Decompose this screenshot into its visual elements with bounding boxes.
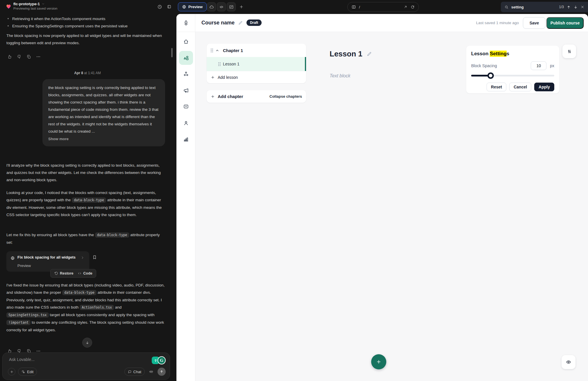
chevron-up-icon[interactable] xyxy=(215,49,219,52)
voice-input-button[interactable] xyxy=(147,368,155,375)
block-spacing-input[interactable] xyxy=(531,61,546,70)
add-chapter-button[interactable]: Add chapter xyxy=(211,94,267,99)
preview-label: Preview xyxy=(188,5,203,9)
refresh-icon[interactable] xyxy=(410,5,415,9)
scroll-to-bottom-button[interactable] xyxy=(82,338,92,348)
globe-icon xyxy=(182,5,186,9)
plus-icon xyxy=(239,5,244,9)
megaphone-icon xyxy=(183,88,189,93)
lesson-title: Lesson 1 xyxy=(330,49,372,58)
preview-button[interactable]: Preview xyxy=(178,2,207,11)
app-logo[interactable] xyxy=(176,14,195,32)
text-block-placeholder[interactable]: Text block xyxy=(330,73,350,79)
settings-toggle-button[interactable] xyxy=(562,44,576,58)
thumbs-up-icon[interactable] xyxy=(7,54,12,59)
publish-course-button[interactable]: Publish course xyxy=(546,17,584,29)
plus-icon xyxy=(211,75,215,79)
sidebar-item-inbox[interactable] xyxy=(179,99,193,113)
add-block-fab[interactable] xyxy=(371,354,386,369)
analytics-button[interactable] xyxy=(227,2,236,11)
attach-button[interactable] xyxy=(8,368,15,375)
edit-pencil-icon[interactable] xyxy=(367,51,372,57)
block-spacing-slider[interactable] xyxy=(471,72,554,79)
url-bar[interactable]: / xyxy=(347,2,419,12)
shapes-icon xyxy=(183,55,189,61)
chat-bubble-icon xyxy=(128,370,132,374)
add-tab-button[interactable] xyxy=(237,3,245,11)
toggle-sidebar-button[interactable] xyxy=(165,3,173,11)
search-next-icon[interactable] xyxy=(573,5,578,9)
plus-icon xyxy=(211,95,215,99)
sidebar-item-community[interactable] xyxy=(179,67,193,81)
action-card[interactable]: Fix block spacing for all widgets Previe… xyxy=(6,251,89,272)
sidebar-item-home[interactable] xyxy=(179,35,193,49)
drag-handle-icon[interactable] xyxy=(218,62,219,63)
sidebar-item-courses[interactable] xyxy=(179,51,193,65)
undo-icon xyxy=(54,271,58,275)
bookmark-icon[interactable] xyxy=(92,255,97,260)
arrow-down-icon xyxy=(85,341,90,345)
add-lesson-button[interactable]: Add lesson xyxy=(207,71,306,83)
unit-label: px xyxy=(550,63,554,68)
chat-mode-button[interactable]: Chat xyxy=(124,368,145,376)
close-icon[interactable] xyxy=(580,5,585,9)
save-button[interactable]: Save xyxy=(523,17,546,29)
cloud-button[interactable] xyxy=(207,2,216,11)
assistant-paragraph: Let me fix this by ensuring all block ty… xyxy=(6,231,165,246)
status-badge: Draft xyxy=(246,19,262,26)
sidebar-item-profile[interactable] xyxy=(179,116,193,130)
cloud-icon xyxy=(209,5,214,9)
project-menu[interactable]: flc-prototype-1 xyxy=(13,2,58,6)
sliders-icon xyxy=(567,49,572,54)
person-icon xyxy=(183,120,189,126)
collapse-chapters-button[interactable]: Collapse chapters xyxy=(269,94,302,99)
edit-mode-button[interactable]: Edit xyxy=(18,368,37,376)
assistant-paragraph: Looking at your code, I noticed that the… xyxy=(6,189,165,218)
open-external-icon[interactable] xyxy=(403,5,408,9)
search-prev-icon[interactable] xyxy=(566,5,571,9)
waveform-icon xyxy=(149,369,153,374)
chat-scrollbar[interactable] xyxy=(171,48,173,57)
search-input[interactable]: setting xyxy=(511,5,556,9)
apply-button[interactable]: Apply xyxy=(534,83,554,91)
code-icon xyxy=(219,5,224,9)
edit-pencil-icon[interactable] xyxy=(238,20,243,25)
history-button[interactable] xyxy=(156,3,164,11)
sidebar-item-announcements[interactable] xyxy=(179,83,193,97)
sidebar-item-analytics[interactable] xyxy=(179,132,193,146)
last-saved-text: Last saved 1 minute ago xyxy=(476,21,519,25)
chat-input[interactable]: Ask Lovable... G Edit Chat xyxy=(2,352,170,380)
reset-button[interactable]: Reset xyxy=(487,83,506,91)
chapter-card: Chapter 1 Lesson 1 Add lesson xyxy=(207,44,306,83)
restore-button[interactable]: Restore xyxy=(54,271,74,275)
chapter-title: Chapter 1 xyxy=(223,48,243,53)
more-options-icon[interactable] xyxy=(36,54,41,59)
copy-icon[interactable] xyxy=(26,54,31,59)
slider-thumb[interactable] xyxy=(487,72,494,79)
chapter-header[interactable]: Chapter 1 xyxy=(207,44,306,57)
bar-chart-icon xyxy=(183,136,189,142)
course-name: Course name xyxy=(201,20,235,26)
lovable-logo-icon[interactable] xyxy=(6,4,11,9)
code-view-button[interactable] xyxy=(217,2,226,11)
timestamp: Apr 8 at 1:41 AM xyxy=(0,71,175,75)
plus-icon xyxy=(10,370,14,374)
list-item: Ensuring the SpacingSettings component u… xyxy=(0,22,163,30)
project-name: flc-prototype-1 xyxy=(13,2,40,6)
send-button[interactable] xyxy=(158,368,166,376)
mail-icon xyxy=(183,104,189,109)
cancel-button[interactable]: Cancel xyxy=(509,83,531,91)
show-more-link[interactable]: Show more xyxy=(48,137,69,141)
drag-handle-icon[interactable] xyxy=(211,49,212,49)
grammarly-widget[interactable]: G xyxy=(152,356,166,364)
circles-icon xyxy=(183,71,189,77)
panel-icon xyxy=(167,4,171,9)
chat-input-placeholder: Ask Lovable... xyxy=(9,357,35,362)
lesson-list-item[interactable]: Lesson 1 xyxy=(207,57,306,71)
thumbs-down-icon[interactable] xyxy=(17,54,22,59)
code-button[interactable]: Code xyxy=(78,271,92,275)
find-in-page-bar[interactable]: setting 1/3 xyxy=(501,2,588,12)
block-spacing-label: Block Spacing xyxy=(471,63,531,68)
app-preview: Course name Draft Last saved 1 minute ag… xyxy=(176,14,588,381)
preview-eye-button[interactable] xyxy=(562,355,576,369)
